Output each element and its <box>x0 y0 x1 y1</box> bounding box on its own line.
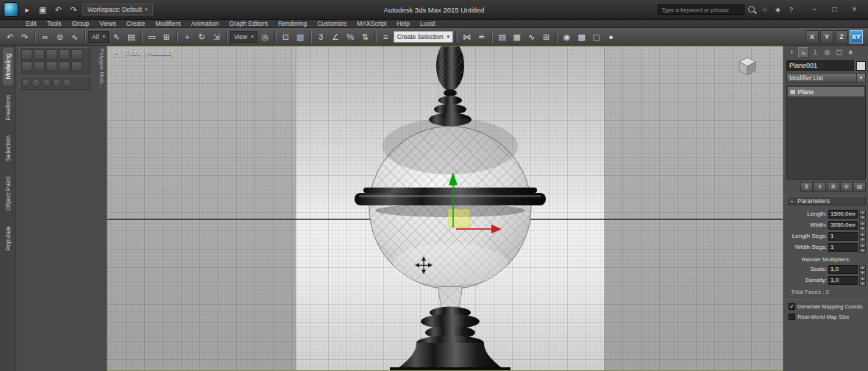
spinner-up-icon[interactable]: ▴ <box>859 221 866 226</box>
spinner-up-icon[interactable]: ▴ <box>859 243 866 248</box>
spinner-down-icon[interactable]: ▾ <box>859 281 866 286</box>
ribbon-tab-populate[interactable]: Populate <box>3 220 13 257</box>
menu-graph-editors[interactable]: Graph Editors <box>224 20 272 28</box>
viewport-pov-menu[interactable]: [Front] <box>124 49 143 57</box>
viewcube[interactable] <box>739 57 756 79</box>
window-crossing-icon[interactable]: ⊞ <box>160 29 174 44</box>
spinner-up-icon[interactable]: ▴ <box>859 210 866 215</box>
scene-canvas[interactable] <box>107 46 783 370</box>
make-unique-icon[interactable]: ⋔ <box>827 182 839 192</box>
modifier-list-dropdown[interactable]: Modifier List ▾ <box>786 73 866 83</box>
render-production-icon[interactable]: ● <box>604 29 618 44</box>
menu-animation[interactable]: Animation <box>186 20 224 28</box>
ribbon-tab-object-paint[interactable]: Object Paint <box>3 171 13 216</box>
scale-field[interactable] <box>828 265 858 274</box>
length-spinner[interactable]: ▴ ▾ <box>859 210 866 219</box>
ribbon-tool-icon[interactable] <box>42 79 51 88</box>
checkbox-icon[interactable]: ✓ <box>789 303 795 310</box>
angle-snap-icon[interactable]: ∠ <box>329 29 343 44</box>
stack-item-plane[interactable]: ▦ Plane <box>788 87 864 96</box>
width-spinner[interactable]: ▴ ▾ <box>859 221 866 230</box>
density-spinner[interactable]: ▴ ▾ <box>859 276 866 285</box>
menu-customize[interactable]: Customize <box>312 20 352 28</box>
length-segs-spinner[interactable]: ▴ ▾ <box>859 232 866 241</box>
viewport-shading-menu[interactable]: [Realistic] <box>146 49 173 57</box>
modifier-stack[interactable]: ▦ Plane <box>786 85 866 180</box>
ribbon-tool-icon[interactable] <box>52 79 61 88</box>
ribbon-tool-icon[interactable] <box>46 49 57 60</box>
spinner-down-icon[interactable]: ▾ <box>859 237 866 242</box>
named-selection-combo[interactable]: Create Selection ▾ <box>394 31 453 43</box>
tab-modify-icon[interactable]: ∿ <box>798 47 809 58</box>
menu-views[interactable]: Views <box>94 20 121 28</box>
render-setup-icon[interactable]: ▩ <box>574 29 588 44</box>
axis-constraint-y[interactable]: Y <box>820 30 833 43</box>
spinner-down-icon[interactable]: ▾ <box>859 270 866 275</box>
select-and-manipulate-icon[interactable]: ⊡ <box>279 29 293 44</box>
select-and-link-icon[interactable]: ∞ <box>38 29 52 44</box>
align-icon[interactable]: ≐ <box>474 29 488 44</box>
real-world-map-size-row[interactable]: Real-World Map Size <box>786 312 866 321</box>
ribbon-tool-icon[interactable] <box>59 49 70 60</box>
undo-icon[interactable]: ↶ <box>51 3 65 16</box>
ribbon-tool-icon[interactable] <box>46 61 57 71</box>
search-icon[interactable] <box>747 4 757 15</box>
ornament-object[interactable] <box>355 46 546 370</box>
save-icon[interactable]: ▣ <box>36 3 49 16</box>
percent-snap-icon[interactable]: % <box>344 29 357 44</box>
configure-modifier-sets-icon[interactable]: ▤ <box>853 182 866 192</box>
rendered-frame-icon[interactable]: ▢ <box>589 29 603 44</box>
select-by-name-icon[interactable]: ▤ <box>124 29 138 44</box>
coord-system-combo[interactable]: View ▾ <box>230 31 257 43</box>
spinner-up-icon[interactable]: ▴ <box>859 232 866 237</box>
ribbon-tool-icon[interactable] <box>63 79 71 88</box>
maximize-button[interactable]: □ <box>825 2 844 17</box>
ribbon-tool-icon[interactable] <box>21 61 32 71</box>
axis-constraint-xy[interactable]: XY <box>850 30 863 43</box>
spinner-down-icon[interactable]: ▾ <box>859 226 866 231</box>
ribbon-tab-modeling[interactable]: Modeling <box>3 48 13 85</box>
tab-display-icon[interactable]: ▢ <box>833 47 844 58</box>
mirror-icon[interactable]: ⋈ <box>460 29 474 44</box>
layer-manager-icon[interactable]: ▤ <box>495 29 509 44</box>
select-and-rotate-icon[interactable]: ↻ <box>195 29 209 44</box>
spinner-up-icon[interactable]: ▴ <box>859 265 866 270</box>
redo-icon[interactable]: ↷ <box>67 3 80 16</box>
ribbon-tab-freeform[interactable]: Freeform <box>3 89 13 126</box>
spinner-up-icon[interactable]: ▴ <box>859 276 866 281</box>
ribbon-tool-icon[interactable] <box>34 61 45 71</box>
menu-maxscript[interactable]: MAXScript <box>352 20 391 28</box>
pin-stack-icon[interactable]: ⊻ <box>800 182 813 192</box>
menu-group[interactable]: Group <box>67 20 95 28</box>
axis-constraint-z[interactable]: Z <box>835 30 848 43</box>
app-menu-icon[interactable]: ▸ <box>21 3 34 16</box>
keyboard-override-icon[interactable]: ▥ <box>294 29 307 44</box>
viewport-general-menu[interactable]: [+] <box>113 49 121 57</box>
parameters-rollout-header[interactable]: − Parameters <box>786 196 866 205</box>
ribbon-tool-icon[interactable] <box>21 49 32 60</box>
ribbon-tool-icon[interactable] <box>71 49 82 60</box>
ribbon-tab-selection[interactable]: Selection <box>3 130 13 167</box>
favorites-icon[interactable]: ☆ <box>759 4 770 15</box>
select-object-icon[interactable]: ⇖ <box>110 29 124 44</box>
tab-create-icon[interactable]: + <box>786 47 797 58</box>
density-field[interactable] <box>828 276 858 285</box>
unlink-selection-icon[interactable]: ⊘ <box>53 29 67 44</box>
menu-lucid[interactable]: Lucid <box>415 20 440 28</box>
ribbon-tool-icon[interactable] <box>21 79 30 88</box>
bind-to-space-warp-icon[interactable]: ∿ <box>68 29 82 44</box>
axis-constraint-x[interactable]: X <box>805 30 819 43</box>
ribbon-toggle-icon[interactable]: ▦ <box>510 29 524 44</box>
workspace-selector[interactable]: Workspace: Default ▾ <box>82 4 153 15</box>
selection-region-icon[interactable]: ▭ <box>145 29 159 44</box>
tab-hierarchy-icon[interactable]: ⊥ <box>810 47 821 58</box>
generate-mapping-coords-row[interactable]: ✓ Generate Mapping Coords. <box>786 302 866 311</box>
minimize-button[interactable]: − <box>805 2 825 17</box>
menu-edit[interactable]: Edit <box>21 20 42 28</box>
search-input[interactable] <box>658 4 744 15</box>
named-sets-icon[interactable]: ≡ <box>379 29 393 44</box>
ribbon-tool-icon[interactable] <box>59 61 70 71</box>
length-field[interactable] <box>828 210 858 219</box>
menu-rendering[interactable]: Rendering <box>273 20 312 28</box>
ribbon-tool-icon[interactable] <box>71 61 82 71</box>
